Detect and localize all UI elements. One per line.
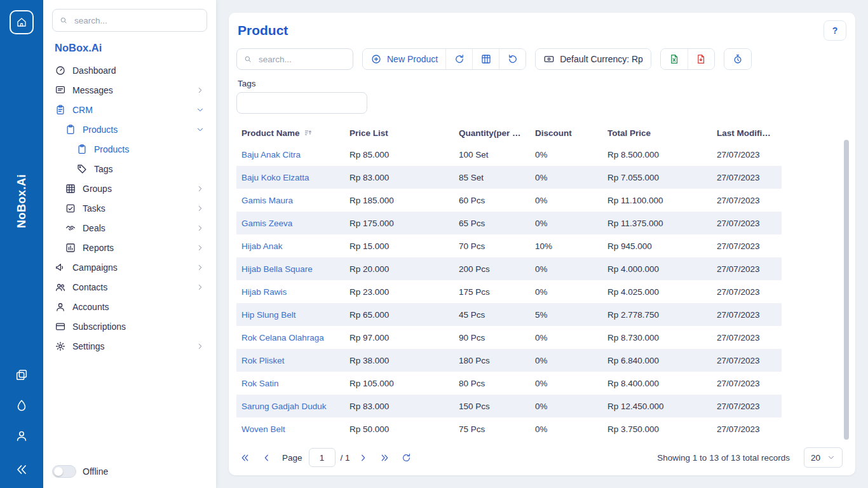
product-name-link[interactable]: Woven Belt — [236, 424, 344, 434]
modified-cell: 27/07/2023 — [712, 356, 780, 365]
table-row[interactable]: Baju Anak Citra Rp 85.000 100 Set 0% Rp … — [236, 143, 782, 166]
product-name-link[interactable]: Gamis Zeeva — [236, 219, 344, 228]
price-cell: Rp 185.000 — [344, 196, 454, 205]
table-row[interactable]: Hijab Anak Rp 15.000 70 Pcs 10% Rp 945.0… — [236, 234, 782, 257]
table-row[interactable]: Gamis Zeeva Rp 175.000 65 Pcs 0% Rp 11.3… — [236, 212, 782, 234]
currency-group: Default Currency: Rp — [535, 48, 651, 70]
product-name-link[interactable]: Hijab Rawis — [236, 287, 344, 297]
table-row[interactable]: Sarung Gadjah Duduk Rp 83.000 150 Pcs 0%… — [236, 395, 782, 417]
col-discount[interactable]: Discount — [530, 128, 602, 138]
default-currency-button[interactable]: Default Currency: Rp — [536, 49, 651, 69]
export-excel-button[interactable] — [661, 49, 688, 69]
product-name-link[interactable]: Rok Celana Olahraga — [236, 333, 344, 342]
product-name-link[interactable]: Hip Slung Belt — [236, 310, 344, 320]
sidebar-item-groups[interactable]: Groups — [52, 179, 207, 198]
modified-cell: 27/07/2023 — [712, 219, 780, 228]
sidebar-item-deals[interactable]: Deals — [52, 218, 207, 238]
sidebar-item-products-child[interactable]: Products — [52, 139, 207, 159]
product-name-link[interactable]: Baju Anak Citra — [236, 150, 344, 159]
product-name-link[interactable]: Rok Satin — [236, 379, 344, 388]
sidebar-item-tags[interactable]: Tags — [52, 159, 207, 179]
offline-row: Offline — [52, 465, 207, 478]
page-label: Page — [282, 453, 302, 463]
table-row[interactable]: Hip Slung Belt Rp 65.000 45 Pcs 5% Rp 2.… — [236, 303, 782, 326]
sidebar-search-input[interactable] — [73, 15, 200, 26]
sidebar-item-tasks[interactable]: Tasks — [52, 198, 207, 218]
reset-button[interactable] — [499, 49, 526, 69]
new-product-button[interactable]: New Product — [363, 49, 445, 69]
discount-cell: 10% — [530, 241, 602, 251]
media-switch-button[interactable] — [15, 368, 29, 382]
table-row[interactable]: Hijab Bella Square Rp 20.000 200 Pcs 0% … — [236, 257, 782, 280]
modified-cell: 27/07/2023 — [712, 150, 780, 159]
sidebar-item-crm[interactable]: CRM — [52, 100, 207, 119]
sidebar-item-reports[interactable]: Reports — [52, 238, 207, 257]
product-name-link[interactable]: Hijab Anak — [236, 241, 344, 251]
collapse-sidebar-button[interactable] — [14, 462, 29, 479]
sidebar-item-dashboard[interactable]: Dashboard — [52, 60, 207, 80]
sidebar-item-products[interactable]: Products — [52, 119, 207, 139]
table-row[interactable]: Rok Plisket Rp 38.000 180 Pcs 0% Rp 6.84… — [236, 349, 782, 372]
quantity-cell: 180 Pcs — [454, 356, 530, 365]
prev-page-button[interactable] — [258, 449, 275, 466]
table-row[interactable]: Baju Koko Elzatta Rp 83.000 85 Set 0% Rp… — [236, 166, 782, 189]
reload-table-button[interactable] — [398, 449, 415, 466]
stopwatch-icon — [732, 53, 743, 65]
table-row[interactable]: Rok Celana Olahraga Rp 97.000 90 Pcs 0% … — [236, 326, 782, 349]
sidebar-item-label: Dashboard — [72, 65, 116, 76]
table-row[interactable]: Rok Satin Rp 105.000 80 Pcs 0% Rp 8.400.… — [236, 372, 782, 395]
offline-toggle[interactable] — [52, 465, 76, 478]
col-product-name[interactable]: Product Name — [236, 128, 344, 138]
page-size-select[interactable]: 20 — [804, 447, 843, 468]
table-row[interactable]: Gamis Maura Rp 185.000 60 Pcs 0% Rp 11.1… — [236, 189, 782, 212]
col-total-price[interactable]: Total Price — [602, 128, 712, 138]
first-page-button[interactable] — [236, 449, 253, 466]
table-scrollbar[interactable] — [844, 140, 849, 440]
next-page-button[interactable] — [355, 449, 372, 466]
total-cell: Rp 7.055.000 — [602, 173, 712, 182]
refresh-button[interactable] — [445, 49, 472, 69]
product-name-link[interactable]: Gamis Maura — [236, 196, 344, 205]
last-page-button[interactable] — [377, 449, 393, 466]
home-button[interactable] — [10, 10, 34, 34]
table-row[interactable]: Woven Belt Rp 50.000 75 Pcs 0% Rp 3.750.… — [236, 417, 782, 440]
sidebar-item-campaigns[interactable]: Campaigns — [52, 257, 207, 277]
discount-cell: 0% — [530, 264, 602, 274]
total-cell: Rp 8.730.000 — [602, 333, 712, 342]
dashboard-icon — [55, 65, 66, 76]
modified-cell: 27/07/2023 — [712, 196, 780, 205]
product-search-input[interactable] — [257, 54, 346, 65]
sidebar-item-accounts[interactable]: Accounts — [52, 297, 207, 316]
total-cell: Rp 3.750.000 — [602, 424, 712, 434]
col-price-list[interactable]: Price List — [344, 128, 454, 138]
page-number-input[interactable] — [309, 448, 336, 467]
product-search[interactable] — [236, 48, 353, 70]
sidebar-item-label: Tags — [94, 164, 113, 174]
modified-cell: 27/07/2023 — [712, 379, 780, 388]
tasks-icon — [65, 203, 76, 214]
col-quantity[interactable]: Quantity(per … — [454, 128, 530, 138]
tags-input[interactable] — [236, 92, 367, 114]
theme-button[interactable] — [15, 398, 29, 412]
sidebar-search[interactable] — [52, 9, 207, 32]
col-last-modified[interactable]: Last Modifi… — [712, 128, 780, 138]
sidebar-item-contacts[interactable]: Contacts — [52, 277, 207, 297]
product-name-link[interactable]: Hijab Bella Square — [236, 264, 344, 274]
discount-cell: 0% — [530, 173, 602, 182]
total-cell: Rp 8.500.000 — [602, 150, 712, 159]
discount-cell: 0% — [530, 287, 602, 297]
help-button[interactable]: ? — [824, 20, 846, 41]
table-row[interactable]: Hijab Rawis Rp 23.000 175 Pcs 0% Rp 4.02… — [236, 280, 782, 303]
product-name-link[interactable]: Baju Koko Elzatta — [236, 173, 344, 182]
export-pdf-button[interactable] — [688, 49, 714, 69]
sidebar-item-settings[interactable]: Settings — [52, 336, 207, 356]
product-name-link[interactable]: Sarung Gadjah Duduk — [236, 402, 344, 411]
columns-button[interactable] — [472, 49, 499, 69]
history-button[interactable] — [724, 49, 751, 69]
chevron-down-icon — [196, 125, 205, 134]
sidebar-item-label: Reports — [83, 243, 114, 253]
profile-button[interactable] — [15, 429, 29, 443]
sidebar-item-messages[interactable]: Messages — [52, 80, 207, 100]
sidebar-item-subscriptions[interactable]: Subscriptions — [52, 316, 207, 336]
product-name-link[interactable]: Rok Plisket — [236, 356, 344, 365]
